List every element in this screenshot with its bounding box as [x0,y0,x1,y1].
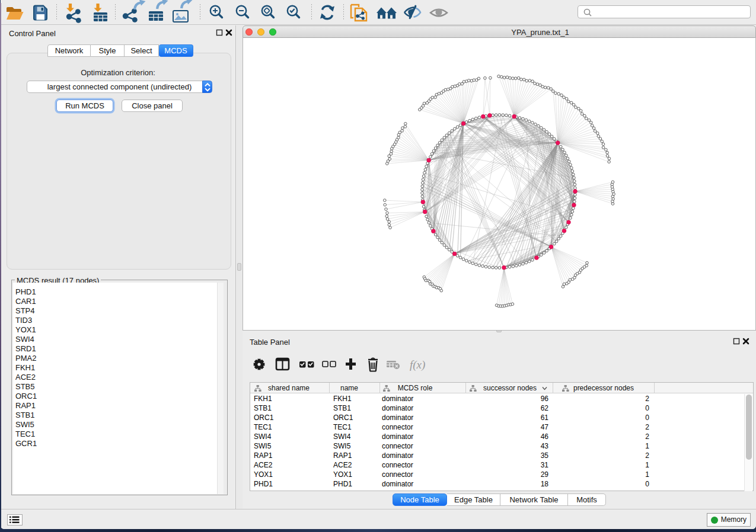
svg-text:shared name: shared name [268,384,310,392]
svg-text:f(x): f(x) [410,358,425,371]
svg-text:name: name [340,384,358,392]
svg-text:predecessor nodes: predecessor nodes [573,384,634,392]
svg-text:MCDS role: MCDS role [398,384,433,392]
svg-text:successor nodes: successor nodes [483,384,537,392]
